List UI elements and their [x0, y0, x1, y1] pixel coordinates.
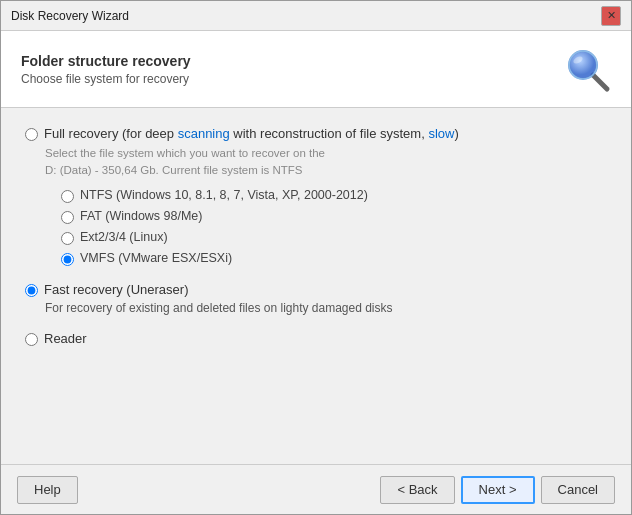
full-recovery-group: Full recovery (for deep scanning with re… — [25, 126, 607, 266]
reader-option[interactable]: Reader — [25, 331, 607, 346]
title-bar-text: Disk Recovery Wizard — [11, 9, 129, 23]
fat-option[interactable]: FAT (Windows 98/Me) — [61, 209, 607, 224]
reader-group: Reader — [25, 331, 607, 346]
ntfs-option[interactable]: NTFS (Windows 10, 8.1, 8, 7, Vista, XP, … — [61, 188, 607, 203]
full-recovery-option[interactable]: Full recovery (for deep scanning with re… — [25, 126, 607, 141]
fat-label: FAT (Windows 98/Me) — [80, 209, 203, 223]
close-icon: ✕ — [607, 9, 616, 22]
full-recovery-description: Select the file system which you want to… — [45, 145, 607, 180]
vmfs-radio[interactable] — [61, 253, 74, 266]
vmfs-option[interactable]: VMFS (VMware ESX/ESXi) — [61, 251, 607, 266]
ntfs-radio[interactable] — [61, 190, 74, 203]
help-button[interactable]: Help — [17, 476, 78, 504]
ext-radio[interactable] — [61, 232, 74, 245]
vmfs-label: VMFS (VMware ESX/ESXi) — [80, 251, 232, 265]
fast-recovery-label: Fast recovery (Uneraser) — [44, 282, 188, 297]
dialog: Disk Recovery Wizard ✕ Folder structure … — [0, 0, 632, 515]
close-button[interactable]: ✕ — [601, 6, 621, 26]
ext-option[interactable]: Ext2/3/4 (Linux) — [61, 230, 607, 245]
footer-left: Help — [17, 476, 78, 504]
filesystem-options: NTFS (Windows 10, 8.1, 8, 7, Vista, XP, … — [61, 188, 607, 266]
header-section: Folder structure recovery Choose file sy… — [1, 31, 631, 108]
fat-radio[interactable] — [61, 211, 74, 224]
next-button[interactable]: Next > — [461, 476, 535, 504]
reader-label: Reader — [44, 331, 87, 346]
reader-radio[interactable] — [25, 333, 38, 346]
footer: Help < Back Next > Cancel — [1, 464, 631, 514]
page-subtitle: Choose file system for recovery — [21, 72, 191, 86]
svg-line-0 — [593, 75, 607, 89]
fast-recovery-group: Fast recovery (Uneraser) For recovery of… — [25, 282, 607, 315]
fast-recovery-option[interactable]: Fast recovery (Uneraser) — [25, 282, 607, 297]
slow-text: slow — [428, 126, 454, 141]
cancel-button[interactable]: Cancel — [541, 476, 615, 504]
full-recovery-radio[interactable] — [25, 128, 38, 141]
fast-recovery-radio[interactable] — [25, 284, 38, 297]
page-title: Folder structure recovery — [21, 53, 191, 69]
ext-label: Ext2/3/4 (Linux) — [80, 230, 168, 244]
fast-recovery-description: For recovery of existing and deleted fil… — [45, 301, 607, 315]
content-area: Full recovery (for deep scanning with re… — [1, 108, 631, 464]
back-button[interactable]: < Back — [380, 476, 454, 504]
scanning-link: scanning — [178, 126, 230, 141]
ntfs-label: NTFS (Windows 10, 8.1, 8, 7, Vista, XP, … — [80, 188, 368, 202]
wizard-icon — [563, 45, 611, 93]
header-text: Folder structure recovery Choose file sy… — [21, 53, 191, 86]
footer-right: < Back Next > Cancel — [380, 476, 615, 504]
full-recovery-label: Full recovery (for deep scanning with re… — [44, 126, 459, 141]
title-bar: Disk Recovery Wizard ✕ — [1, 1, 631, 31]
